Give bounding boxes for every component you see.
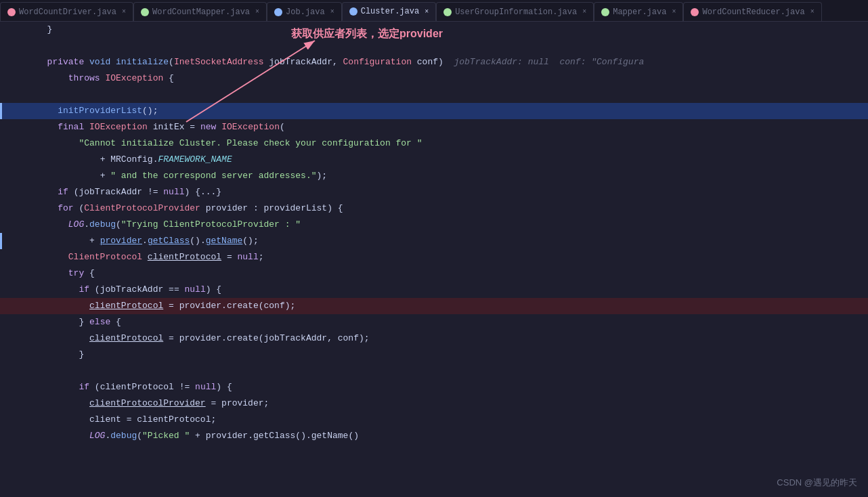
tab-usergroupinfo[interactable]: UserGroupInformation.java ×	[436, 2, 594, 21]
tab-label-mapper: Mapper.java	[613, 7, 666, 17]
code-line-18: clientProtocol = provider.create(conf);	[0, 298, 868, 314]
tab-icon-usergroupinfo	[443, 8, 452, 16]
tab-label-wordcountreducer: WordCountReducer.java	[702, 7, 804, 17]
code-line-3: private void initialize(InetSocketAddres…	[0, 54, 868, 70]
code-line-15: ClientProtocol clientProtocol = null;	[0, 249, 868, 265]
close-icon-mapper[interactable]: ×	[672, 8, 676, 16]
tab-label-wordcountmapper: WordCountMapper.java	[152, 7, 250, 17]
code-line-4: throws IOException {	[0, 70, 868, 87]
tab-icon-wordcountdriver	[7, 8, 16, 16]
code-line-1: }	[0, 22, 868, 38]
tab-job[interactable]: Job.java ×	[267, 2, 342, 21]
code-line-7: final IOException initEx = new IOExcepti…	[0, 119, 868, 135]
tab-label-job: Job.java	[286, 7, 325, 17]
code-line-9: + MRConfig.FRAMEWORK_NAME	[0, 152, 868, 168]
tab-wordcountreducer[interactable]: WordCountReducer.java ×	[683, 2, 821, 21]
code-line-22	[0, 363, 868, 379]
tab-icon-wordcountmapper	[141, 8, 149, 16]
tab-wordcountdriver[interactable]: WordCountDriver.java ×	[0, 2, 133, 21]
close-icon-usergroupinfo[interactable]: ×	[582, 8, 586, 16]
code-line-23: if (clientProtocol != null) {	[0, 379, 868, 395]
tab-label-cluster: Cluster.java	[361, 7, 419, 16]
tab-icon-mapper	[601, 8, 609, 16]
code-line-24: clientProtocolProvider = provider;	[0, 395, 868, 412]
code-line-14: + provider.getClass().getName();	[0, 233, 868, 249]
close-icon-job[interactable]: ×	[330, 8, 334, 16]
code-line-17: if (jobTrackAddr == null) {	[0, 282, 868, 298]
close-icon-wordcountmapper[interactable]: ×	[255, 8, 259, 16]
code-line-19: } else {	[0, 314, 868, 330]
tab-icon-cluster	[349, 7, 357, 16]
code-line-5	[0, 87, 868, 103]
tab-bar: WordCountDriver.java × WordCountMapper.j…	[0, 0, 868, 22]
close-icon-cluster[interactable]: ×	[425, 8, 429, 16]
close-icon-wordcountreducer[interactable]: ×	[810, 8, 815, 16]
code-line-20: clientProtocol = provider.create(jobTrac…	[0, 330, 868, 347]
tab-label-usergroupinfo: UserGroupInformation.java	[455, 7, 577, 17]
tab-icon-wordcountreducer	[691, 8, 699, 16]
tab-icon-job	[274, 8, 282, 16]
code-line-10: + " and the correspond server addresses.…	[0, 168, 868, 184]
close-icon-wordcountdriver[interactable]: ×	[122, 8, 126, 16]
tab-cluster[interactable]: Cluster.java ×	[342, 2, 436, 21]
code-line-2	[0, 38, 868, 54]
code-line-16: try {	[0, 265, 868, 282]
code-line-6: initProviderList();	[0, 103, 868, 119]
code-line-8: "Cannot initialize Cluster. Please check…	[0, 135, 868, 152]
code-line-21: }	[0, 347, 868, 363]
code-line-13: LOG.debug("Trying ClientProtocolProvider…	[0, 217, 868, 233]
code-line-26: LOG.debug("Picked " + provider.getClass(…	[0, 428, 868, 444]
tab-wordcountmapper[interactable]: WordCountMapper.java ×	[133, 2, 267, 21]
code-line-12: for (ClientProtocolProvider provider : p…	[0, 200, 868, 217]
tab-mapper[interactable]: Mapper.java ×	[594, 2, 683, 21]
code-line-11: if (jobTrackAddr != null) {...}	[0, 184, 868, 200]
watermark: CSDN @遇见的昨天	[777, 477, 857, 489]
code-line-25: client = clientProtocol;	[0, 412, 868, 428]
tab-label-wordcountdriver: WordCountDriver.java	[19, 7, 116, 17]
left-accent-bar	[0, 103, 2, 119]
left-accent-bar-2	[0, 233, 2, 249]
code-editor[interactable]: } private void initialize(InetSocketAddr…	[0, 22, 868, 497]
